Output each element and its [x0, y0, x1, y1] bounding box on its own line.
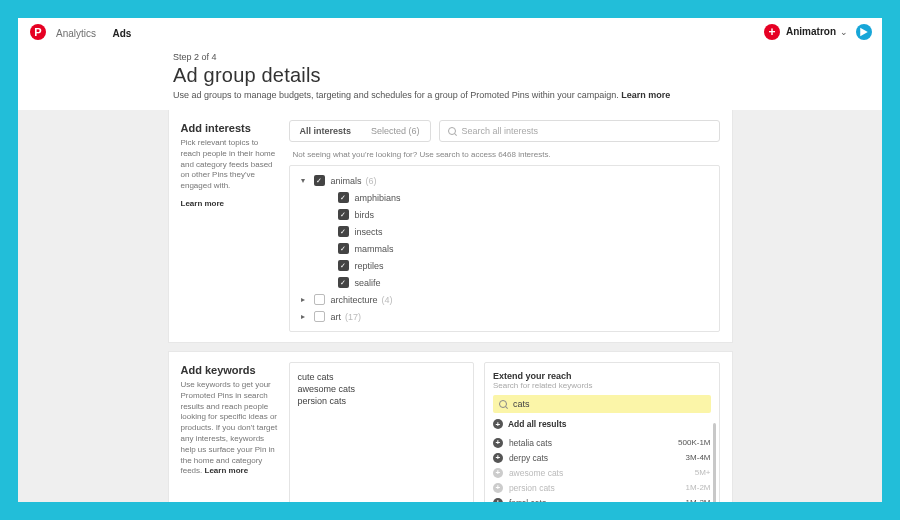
checkbox-animals[interactable] — [314, 175, 325, 186]
tree-row-architecture[interactable]: ▸ architecture(4) — [298, 291, 711, 308]
learn-more-link[interactable]: Learn more — [621, 90, 670, 100]
caret-down-icon[interactable]: ▾ — [298, 176, 308, 185]
page-subtitle: Use ad groups to manage budgets, targeti… — [173, 90, 882, 100]
avatar[interactable] — [856, 24, 872, 40]
add-all-results[interactable]: + Add all results — [493, 419, 711, 429]
result-ferral-cats[interactable]: +ferral cats1M-2M — [493, 495, 711, 502]
tree-row-art[interactable]: ▸ art(17) — [298, 308, 711, 325]
checkbox-architecture[interactable] — [314, 294, 325, 305]
tree-row-amphibians[interactable]: amphibians — [322, 189, 711, 206]
tree-row-insects[interactable]: insects — [322, 223, 711, 240]
interests-search[interactable]: Search all interests — [439, 120, 720, 142]
keywords-card: Add keywords Use keywords to get your Pr… — [168, 351, 733, 502]
result-persion-cats[interactable]: +persion cats1M-2M — [493, 480, 711, 495]
interests-learn-more[interactable]: Learn more — [181, 199, 225, 208]
account-name[interactable]: Animatron — [786, 26, 836, 37]
tree-row-mammals[interactable]: mammals — [322, 240, 711, 257]
page-title: Ad group details — [173, 64, 882, 87]
search-icon — [499, 400, 508, 409]
related-search-input[interactable]: cats — [493, 395, 711, 413]
extend-reach-title: Extend your reach — [493, 371, 711, 381]
interests-tabs: All interests Selected (6) — [289, 120, 431, 142]
search-icon — [448, 127, 457, 136]
page-header: Step 2 of 4 Ad group details Use ad grou… — [18, 46, 882, 110]
plus-icon: + — [493, 498, 503, 503]
interests-note: Not seeing what you're looking for? Use … — [293, 150, 720, 159]
interests-tree: ▾ animals(6) amphibiansbirdsinsectsmamma… — [289, 165, 720, 332]
nav-analytics[interactable]: Analytics — [56, 28, 96, 39]
result-derpy-cats[interactable]: +derpy cats3M-4M — [493, 450, 711, 465]
caret-right-icon[interactable]: ▸ — [298, 295, 308, 304]
tree-row-reptiles[interactable]: reptiles — [322, 257, 711, 274]
plus-icon: + — [493, 468, 503, 478]
extend-reach-hint: Search for related keywords — [493, 381, 711, 390]
plus-icon: + — [493, 419, 503, 429]
plus-icon: + — [493, 453, 503, 463]
interests-desc: Pick relevant topics to reach people in … — [181, 138, 279, 192]
scrollbar[interactable] — [713, 423, 716, 502]
plus-icon: + — [493, 438, 503, 448]
tree-row-sealife[interactable]: sealife — [322, 274, 711, 291]
checkbox-birds[interactable] — [338, 209, 349, 220]
checkbox-mammals[interactable] — [338, 243, 349, 254]
keywords-learn-more[interactable]: Learn more — [205, 466, 249, 475]
tab-selected[interactable]: Selected (6) — [361, 121, 430, 141]
checkbox-insects[interactable] — [338, 226, 349, 237]
checkbox-reptiles[interactable] — [338, 260, 349, 271]
step-indicator: Step 2 of 4 — [173, 52, 882, 62]
tree-row-birds[interactable]: birds — [322, 206, 711, 223]
keywords-desc: Use keywords to get your Promoted Pins i… — [181, 380, 279, 477]
interests-card: Add interests Pick relevant topics to re… — [168, 110, 733, 343]
keywords-textarea[interactable]: cute catsawesome catspersion cats — [289, 362, 474, 502]
chevron-down-icon[interactable]: ⌄ — [840, 27, 848, 37]
top-nav: P Analytics Ads + Animatron ⌄ — [18, 18, 882, 46]
extend-reach-panel: Extend your reach Search for related key… — [484, 362, 720, 502]
tree-row-animals[interactable]: ▾ animals(6) — [298, 172, 711, 189]
checkbox-sealife[interactable] — [338, 277, 349, 288]
checkbox-amphibians[interactable] — [338, 192, 349, 203]
result-awesome-cats[interactable]: +awesome cats5M+ — [493, 465, 711, 480]
nav-ads[interactable]: Ads — [112, 28, 131, 39]
plus-icon: + — [493, 483, 503, 493]
interests-heading: Add interests — [181, 122, 279, 134]
result-hetalia-cats[interactable]: +hetalia cats500K-1M — [493, 435, 711, 450]
keywords-heading: Add keywords — [181, 364, 279, 376]
checkbox-art[interactable] — [314, 311, 325, 322]
tab-all-interests[interactable]: All interests — [290, 121, 362, 141]
pinterest-logo-icon[interactable]: P — [30, 24, 46, 40]
create-icon[interactable]: + — [764, 24, 780, 40]
caret-right-icon[interactable]: ▸ — [298, 312, 308, 321]
